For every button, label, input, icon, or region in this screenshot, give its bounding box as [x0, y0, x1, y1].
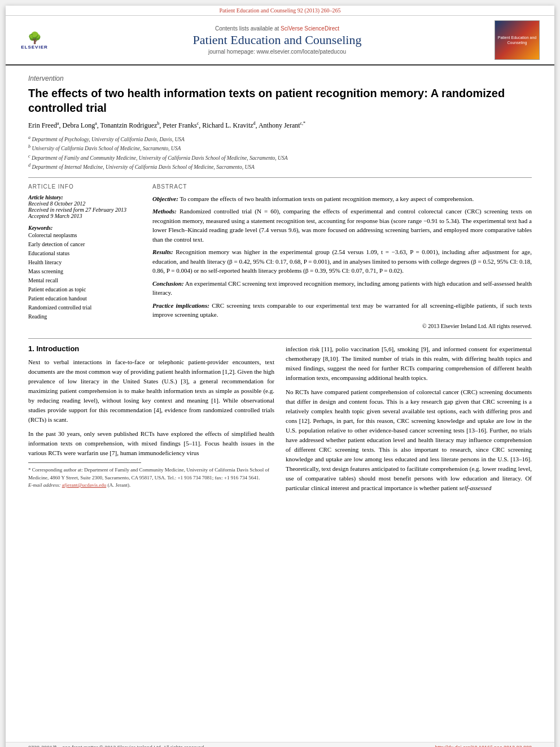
abstract-methods: Methods: Randomized controlled trial (N … — [152, 207, 532, 244]
sup-b: b — [157, 121, 159, 126]
abstract-title: ABSTRACT — [152, 184, 532, 190]
info-abstract-section: ARTICLE INFO Article history: Received 8… — [28, 184, 532, 329]
cover-label: Patient Education and Counseling — [497, 35, 537, 45]
kw-mass-screen: Mass screening — [28, 267, 141, 276]
sup-a: a — [57, 121, 59, 126]
sup-c: c — [197, 121, 199, 126]
intro-para1: Next to verbal interactions in face-to-f… — [28, 357, 274, 425]
affil-a: a Department of Psychology, University o… — [28, 134, 532, 143]
objective-text: To compare the effects of two health inf… — [180, 195, 474, 202]
practice-text: CRC screening texts comparable to our ex… — [152, 302, 532, 318]
elsevier-logo: 🌳 ELSEVIER — [15, 29, 54, 51]
accepted-date: Accepted 9 March 2013 — [28, 213, 141, 219]
intro-heading: 1. Introduction — [28, 344, 274, 353]
kw-health-lit: Health literacy — [28, 258, 141, 267]
sup-a2: a — [95, 121, 97, 126]
kw-colorectal: Colorectal neoplasms — [28, 231, 141, 240]
journal-reference-bar: Patient Education and Counseling 92 (201… — [6, 6, 554, 16]
body-section: 1. Introduction Next to verbal interacti… — [28, 344, 532, 498]
kw-mental-recall: Mental recall — [28, 276, 141, 285]
results-label: Results: — [152, 248, 173, 255]
bottom-bar: 0738-3991/$ – see front matter © 2013 El… — [6, 742, 554, 747]
abstract-objective: Objective: To compare the effects of two… — [152, 194, 532, 204]
practice-label: Practice implications: — [152, 302, 209, 309]
journal-cover-area: Patient Education and Counseling — [495, 20, 545, 60]
authors-line: Erin Freeda, Debra Longa, Tonantzin Rodr… — [28, 121, 532, 130]
methods-text: Randomized controlled trial (N = 60), co… — [152, 208, 532, 243]
received-date: Received 8 October 2012 — [28, 200, 141, 207]
journal-cover-image: Patient Education and Counseling — [495, 20, 540, 60]
main-content: Intervention The effects of two health i… — [6, 65, 554, 742]
article-title: The effects of two health information te… — [28, 86, 532, 115]
abstract-conclusion: Conclusion: An experimental CRC screenin… — [152, 279, 532, 298]
sup-d: d — [253, 121, 256, 126]
objective-label: Objective: — [152, 195, 178, 202]
right-para1: infection risk [11], polio vaccination [… — [286, 344, 532, 383]
journal-title: Patient Education and Counseling — [60, 33, 495, 47]
affiliations: a Department of Psychology, University o… — [28, 134, 532, 172]
abstract-col: ABSTRACT Objective: To compare the effec… — [152, 184, 532, 329]
methods-label: Methods: — [152, 208, 177, 215]
doi-link[interactable]: http://dx.doi.org/10.1016/j.pec.2013.03.… — [435, 745, 532, 747]
copyright-line: © 2013 Elsevier Ireland Ltd. All rights … — [152, 323, 532, 329]
conclusion-label: Conclusion: — [152, 280, 184, 287]
tree-icon: 🌳 — [28, 31, 42, 45]
revised-date: Received in revised form 27 February 201… — [28, 207, 141, 213]
abstract-practice: Practice implications: CRC screening tex… — [152, 301, 532, 320]
kw-educational: Educational status — [28, 249, 141, 258]
article-info-col: ARTICLE INFO Article history: Received 8… — [28, 184, 141, 329]
journal-title-area: Contents lists available at SciVerse Sci… — [60, 25, 495, 55]
footnote-star: * Corresponding author at: Department of… — [28, 466, 274, 482]
abstract-results: Results: Recognition memory was higher i… — [152, 247, 532, 276]
email-link[interactable]: afjerant@ucdavis.edu — [62, 482, 107, 488]
kw-patient-ed: Patient education as topic — [28, 285, 141, 294]
kw-patient-handout: Patient education handout — [28, 294, 141, 303]
kw-early-detection: Early detection of cancer — [28, 240, 141, 249]
journal-header: 🌳 ELSEVIER Contents lists available at S… — [6, 16, 554, 65]
body-right-col: infection risk [11], polio vaccination [… — [286, 344, 532, 498]
intro-para2: In the past 30 years, only seven publish… — [28, 429, 274, 458]
right-para2: No RCTs have compared patient comprehens… — [286, 387, 532, 493]
journal-homepage: journal homepage: www.elsevier.com/locat… — [60, 49, 495, 55]
body-left-col: 1. Introduction Next to verbal interacti… — [28, 344, 274, 498]
section-label: Intervention — [28, 75, 532, 82]
issn-text: 0738-3991/$ – see front matter © 2013 El… — [28, 745, 205, 747]
article-info-title: ARTICLE INFO — [28, 184, 141, 190]
kw-rct: Randomized controlled trial — [28, 303, 141, 312]
conclusion-text: An experimental CRC screening text impro… — [152, 280, 532, 296]
article-history: Article history: Received 8 October 2012… — [28, 194, 141, 219]
footnote-email: E-mail address: afjerant@ucdavis.edu (A.… — [28, 482, 274, 490]
history-title: Article history: — [28, 194, 141, 200]
self-assessed-italic: self-assessed — [460, 484, 492, 491]
divider-1 — [28, 177, 532, 178]
divider-2 — [28, 338, 532, 339]
footnote-area: * Corresponding author at: Department of… — [28, 466, 274, 490]
affil-b: b University of California Davis School … — [28, 143, 532, 152]
journal-citation: Patient Education and Counseling 92 (201… — [220, 7, 341, 14]
kw-reading: Reading — [28, 312, 141, 321]
affil-c: c Department of Family and Community Med… — [28, 153, 532, 162]
page: Patient Education and Counseling 92 (201… — [6, 6, 554, 747]
affil-d: d Department of Internal Medicine, Unive… — [28, 162, 532, 171]
publisher-logo-area: 🌳 ELSEVIER — [15, 29, 60, 51]
keywords-section: Keywords: Colorectal neoplasms Early det… — [28, 225, 141, 321]
sciverse-link[interactable]: SciVerse ScienceDirect — [281, 25, 339, 32]
keywords-title: Keywords: — [28, 225, 141, 231]
footnote-divider — [28, 462, 141, 463]
results-text: Recognition memory was higher in the exp… — [152, 248, 532, 274]
sup-c2: c,* — [300, 121, 306, 126]
elsevier-text: ELSEVIER — [21, 45, 48, 50]
sciverse-line: Contents lists available at SciVerse Sci… — [60, 25, 495, 32]
